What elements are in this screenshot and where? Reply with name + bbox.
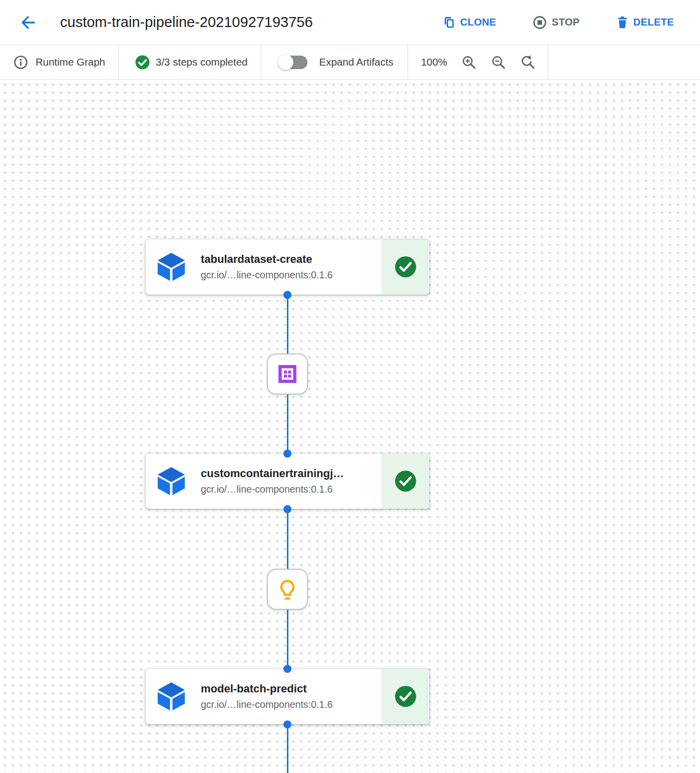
delete-button[interactable]: DELETE — [616, 16, 674, 29]
zoom-out-icon — [491, 55, 506, 70]
dataset-artifact-icon — [276, 363, 298, 385]
runtime-graph-label: Runtime Graph — [36, 56, 105, 68]
node-status-completed — [382, 454, 429, 509]
clone-icon — [443, 16, 456, 29]
node-subtitle: gcr.io/…line-components:0.1.6 — [201, 484, 344, 495]
graph-edge — [287, 724, 288, 773]
toolbar-divider — [118, 45, 119, 79]
container-task-icon — [156, 681, 187, 712]
edge-port-dot — [283, 450, 291, 458]
node-status-completed — [382, 239, 429, 294]
node-text-block: customcontainertrainingj… gcr.io/…line-c… — [201, 467, 344, 495]
stop-label: STOP — [552, 17, 580, 28]
edge-port-dot — [283, 665, 291, 673]
delete-icon — [616, 16, 629, 29]
clone-button[interactable]: CLONE — [443, 16, 496, 29]
task-node-model-batch-predict[interactable]: model-batch-predict gcr.io/…line-compone… — [145, 668, 430, 724]
node-title: tabulardataset-create — [201, 253, 332, 266]
header-actions: CLONE STOP DELETE — [443, 15, 700, 30]
node-subtitle: gcr.io/…line-components:0.1.6 — [201, 699, 332, 710]
toggle-knob — [278, 55, 293, 70]
task-node-customcontainertrainingjob[interactable]: customcontainertrainingj… gcr.io/…line-c… — [145, 453, 430, 509]
zoom-reset-button[interactable] — [520, 55, 536, 70]
expand-artifacts-toggle[interactable] — [279, 56, 307, 69]
steps-completed-section: 3/3 steps completed — [135, 55, 247, 70]
runtime-graph-section: Runtime Graph — [13, 55, 105, 70]
zoom-level-value: 100% — [421, 56, 447, 68]
check-circle-icon — [394, 685, 417, 708]
artifact-node-model[interactable] — [267, 569, 308, 610]
node-subtitle: gcr.io/…line-components:0.1.6 — [201, 269, 332, 281]
steps-completed-check-icon — [135, 55, 150, 70]
edge-port-dot — [283, 505, 291, 513]
toolbar-divider — [261, 45, 261, 79]
task-node-tabulardataset-create[interactable]: tabulardataset-create gcr.io/…line-compo… — [145, 239, 430, 295]
node-status-completed — [382, 669, 429, 724]
clone-label: CLONE — [460, 17, 496, 28]
node-title: model-batch-predict — [201, 682, 332, 695]
pipeline-graph-canvas[interactable]: tabulardataset-create gcr.io/…line-compo… — [0, 80, 700, 773]
steps-completed-label: 3/3 steps completed — [156, 56, 247, 68]
page-header: custom-train-pipeline-20210927193756 CLO… — [0, 0, 700, 45]
back-button[interactable] — [17, 13, 36, 32]
edge-port-dot — [283, 291, 291, 299]
stop-icon — [532, 15, 547, 30]
model-artifact-icon — [276, 578, 299, 601]
container-task-icon — [156, 466, 187, 497]
zoom-in-button[interactable] — [461, 55, 477, 70]
delete-label: DELETE — [633, 17, 674, 28]
node-text-block: tabulardataset-create gcr.io/…line-compo… — [201, 253, 332, 281]
toolbar-divider — [548, 45, 548, 79]
expand-artifacts-label: Expand Artifacts — [319, 56, 394, 68]
container-task-icon — [156, 251, 187, 282]
stop-button[interactable]: STOP — [532, 15, 580, 30]
page-title: custom-train-pipeline-20210927193756 — [60, 14, 313, 31]
info-icon[interactable] — [13, 55, 29, 70]
edge-port-dot — [283, 720, 291, 728]
zoom-reset-icon — [520, 55, 536, 70]
graph-toolbar: Runtime Graph 3/3 steps completed Expand… — [0, 45, 700, 80]
arrow-back-icon — [18, 14, 36, 32]
toolbar-divider — [408, 45, 408, 79]
check-circle-icon — [394, 255, 417, 278]
check-circle-icon — [394, 470, 417, 493]
node-title: customcontainertrainingj… — [201, 467, 344, 480]
node-text-block: model-batch-predict gcr.io/…line-compone… — [201, 682, 332, 710]
artifact-node-dataset[interactable] — [267, 353, 308, 395]
zoom-in-icon — [461, 55, 477, 70]
zoom-out-button[interactable] — [491, 55, 506, 70]
